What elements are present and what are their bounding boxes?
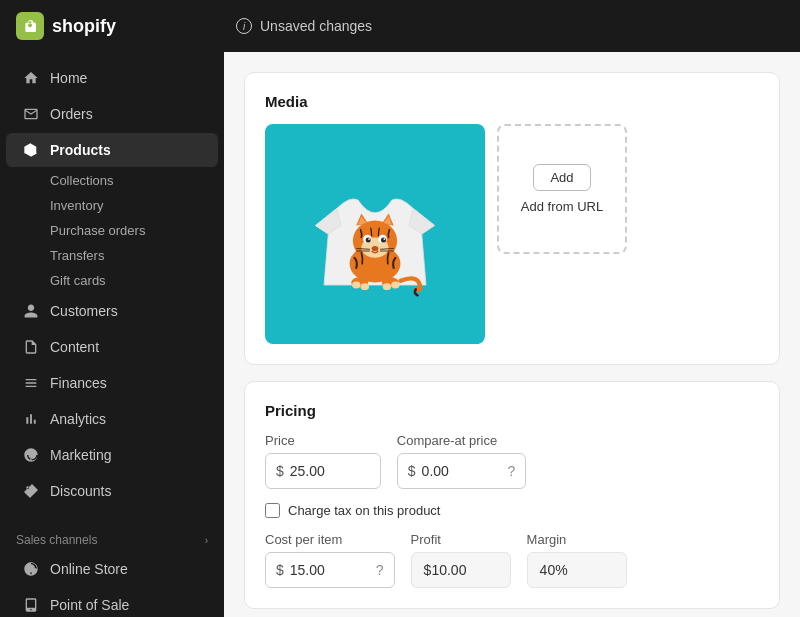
logo: shopify xyxy=(16,12,236,40)
compare-price-label: Compare-at price xyxy=(397,433,527,448)
topbar: shopify i Unsaved changes xyxy=(0,0,800,52)
logo-text: shopify xyxy=(52,16,116,37)
svg-point-21 xyxy=(361,283,370,290)
svg-point-13 xyxy=(372,246,379,251)
price-compare-row: Price $ Compare-at price $ ? xyxy=(265,433,759,489)
sidebar-item-finances[interactable]: Finances xyxy=(6,366,218,400)
finances-icon xyxy=(22,374,40,392)
add-from-url-label[interactable]: Add from URL xyxy=(521,199,603,214)
sidebar-finances-label: Finances xyxy=(50,375,107,391)
sidebar-item-products[interactable]: Products xyxy=(6,133,218,167)
add-media-button[interactable]: Add xyxy=(533,164,590,191)
price-input[interactable] xyxy=(290,463,370,479)
sidebar-item-orders[interactable]: Orders xyxy=(6,97,218,131)
svg-point-11 xyxy=(368,238,370,240)
sidebar-sub-transfers[interactable]: Transfers xyxy=(6,244,218,267)
sidebar-home-label: Home xyxy=(50,70,87,86)
sidebar-orders-label: Orders xyxy=(50,106,93,122)
sidebar-discounts-label: Discounts xyxy=(50,483,111,499)
sidebar-sub-collections[interactable]: Collections xyxy=(6,169,218,192)
profit-field: Profit $10.00 xyxy=(411,532,511,588)
margin-label: Margin xyxy=(527,532,627,547)
analytics-icon xyxy=(22,410,40,428)
svg-point-22 xyxy=(383,283,392,290)
orders-icon xyxy=(22,105,40,123)
svg-point-9 xyxy=(366,237,371,242)
transfers-label: Transfers xyxy=(50,248,104,263)
svg-point-10 xyxy=(381,237,386,242)
media-add-box[interactable]: Add Add from URL xyxy=(497,124,627,254)
compare-price-input-wrapper[interactable]: $ ? xyxy=(397,453,527,489)
customers-icon xyxy=(22,302,40,320)
sidebar-item-marketing[interactable]: Marketing xyxy=(6,438,218,472)
svg-point-23 xyxy=(391,282,400,289)
sales-channels-label: Sales channels xyxy=(16,533,97,547)
cost-field: Cost per item $ ? xyxy=(265,532,395,588)
purchase-orders-label: Purchase orders xyxy=(50,223,145,238)
charge-tax-label[interactable]: Charge tax on this product xyxy=(288,503,440,518)
cost-input[interactable] xyxy=(290,562,370,578)
compare-currency: $ xyxy=(408,463,416,479)
cost-help-icon[interactable]: ? xyxy=(376,562,384,578)
sidebar-content-label: Content xyxy=(50,339,99,355)
sidebar-pos-label: Point of Sale xyxy=(50,597,129,613)
sidebar-item-customers[interactable]: Customers xyxy=(6,294,218,328)
compare-price-input[interactable] xyxy=(422,463,502,479)
cost-input-wrapper[interactable]: $ ? xyxy=(265,552,395,588)
status-text: Unsaved changes xyxy=(260,18,372,34)
cost-currency: $ xyxy=(276,562,284,578)
charge-tax-checkbox[interactable] xyxy=(265,503,280,518)
media-card: Media xyxy=(244,72,780,365)
sidebar-marketing-label: Marketing xyxy=(50,447,111,463)
pos-icon xyxy=(22,596,40,614)
profit-label: Profit xyxy=(411,532,511,547)
inventory-label: Inventory xyxy=(50,198,103,213)
price-input-wrapper[interactable]: $ xyxy=(265,453,381,489)
margin-value: 40% xyxy=(527,552,627,588)
profit-value: $10.00 xyxy=(411,552,511,588)
product-image xyxy=(290,149,460,319)
sidebar-sub-inventory[interactable]: Inventory xyxy=(6,194,218,217)
sidebar-item-home[interactable]: Home xyxy=(6,61,218,95)
sidebar-item-content[interactable]: Content xyxy=(6,330,218,364)
sidebar-sub-purchase-orders[interactable]: Purchase orders xyxy=(6,219,218,242)
sidebar-item-discounts[interactable]: Discounts xyxy=(6,474,218,508)
pricing-title: Pricing xyxy=(265,402,759,419)
info-icon: i xyxy=(236,18,252,34)
marketing-icon xyxy=(22,446,40,464)
svg-point-20 xyxy=(352,282,361,289)
sidebar-item-analytics[interactable]: Analytics xyxy=(6,402,218,436)
sidebar-online-store-label: Online Store xyxy=(50,561,128,577)
sidebar-sub-gift-cards[interactable]: Gift cards xyxy=(6,269,218,292)
svg-point-12 xyxy=(384,238,386,240)
sidebar-products-label: Products xyxy=(50,142,111,158)
price-field: Price $ xyxy=(265,433,381,489)
media-grid: Add Add from URL xyxy=(265,124,759,344)
discounts-icon xyxy=(22,482,40,500)
media-title: Media xyxy=(265,93,759,110)
pricing-card: Pricing Price $ Compare-at price $ ? xyxy=(244,381,780,609)
home-icon xyxy=(22,69,40,87)
compare-price-field: Compare-at price $ ? xyxy=(397,433,527,489)
products-icon xyxy=(22,141,40,159)
content-icon xyxy=(22,338,40,356)
price-label: Price xyxy=(265,433,381,448)
charge-tax-row: Charge tax on this product xyxy=(265,503,759,518)
sidebar: Home Orders Products Collections Invento… xyxy=(0,52,224,617)
sales-channels-arrow: › xyxy=(205,535,208,546)
cost-profit-margin-row: Cost per item $ ? Profit $10.00 Margin 4… xyxy=(265,532,759,588)
media-preview xyxy=(265,124,485,344)
layout: Home Orders Products Collections Invento… xyxy=(0,52,800,617)
margin-field: Margin 40% xyxy=(527,532,627,588)
main-content: Media xyxy=(224,52,800,617)
cost-label: Cost per item xyxy=(265,532,395,547)
sidebar-customers-label: Customers xyxy=(50,303,118,319)
compare-help-icon[interactable]: ? xyxy=(508,463,516,479)
sidebar-item-online-store[interactable]: Online Store xyxy=(6,552,218,586)
sidebar-item-pos[interactable]: Point of Sale xyxy=(6,588,218,617)
topbar-status: i Unsaved changes xyxy=(236,18,784,34)
gift-cards-label: Gift cards xyxy=(50,273,106,288)
price-currency: $ xyxy=(276,463,284,479)
sales-channels-section[interactable]: Sales channels › xyxy=(0,521,224,551)
online-store-icon xyxy=(22,560,40,578)
